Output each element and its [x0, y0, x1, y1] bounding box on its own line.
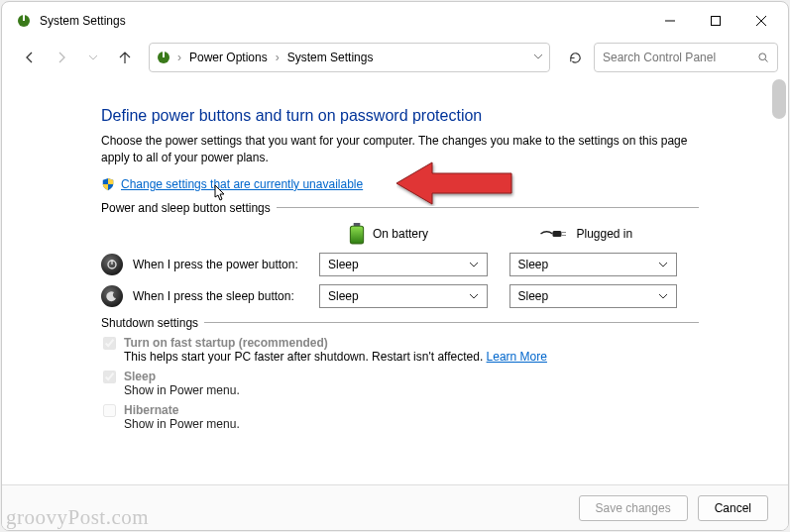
- chevron-right-icon: ›: [175, 51, 183, 64]
- sleep-button-on-battery-select[interactable]: Sleep: [319, 284, 488, 308]
- page-title: Define power buttons and turn on passwor…: [101, 107, 699, 125]
- breadcrumb-power-options[interactable]: Power Options: [187, 49, 270, 66]
- svg-rect-11: [350, 226, 363, 244]
- fast-startup-description: This helps start your PC faster after sh…: [124, 350, 547, 364]
- hibernate-checkbox: [103, 404, 116, 417]
- back-button[interactable]: [16, 44, 44, 71]
- cancel-button[interactable]: Cancel: [698, 495, 768, 521]
- search-input[interactable]: [603, 51, 751, 64]
- sleep-option-description: Show in Power menu.: [124, 383, 240, 397]
- battery-icon: [349, 223, 365, 245]
- shutdown-legend: Shutdown settings: [101, 316, 204, 330]
- window-title: System Settings: [40, 14, 126, 28]
- chevron-down-icon: [658, 291, 668, 301]
- svg-rect-1: [23, 15, 25, 21]
- power-button-on-battery-select[interactable]: Sleep: [319, 253, 488, 276]
- fast-startup-label: Turn on fast startup (recommended): [124, 336, 547, 350]
- window: System Settings › Power Options › System…: [1, 1, 789, 531]
- power-options-icon: [156, 50, 171, 65]
- address-dropdown[interactable]: [533, 51, 543, 64]
- sleep-button-plugged-in-select[interactable]: Sleep: [509, 284, 678, 308]
- content-area: Define power buttons and turn on passwor…: [2, 81, 788, 484]
- page-description: Choose the power settings that you want …: [101, 133, 699, 167]
- forward-button[interactable]: [48, 44, 75, 71]
- plug-icon: [539, 227, 569, 241]
- power-sleep-section: Power and sleep button settings: [101, 201, 699, 215]
- svg-rect-12: [552, 231, 561, 237]
- minimize-button[interactable]: [647, 5, 693, 37]
- hibernate-option-description: Show in Power menu.: [124, 417, 240, 431]
- sleep-button-icon: [101, 285, 123, 307]
- save-changes-button[interactable]: Save changes: [579, 495, 688, 521]
- power-button-icon: [101, 254, 123, 275]
- power-button-row-label: When I press the power button:: [133, 258, 298, 271]
- up-button[interactable]: [111, 44, 139, 71]
- address-bar[interactable]: › Power Options › System Settings: [149, 43, 550, 72]
- learn-more-link[interactable]: Learn More: [487, 350, 547, 364]
- close-button[interactable]: [738, 5, 784, 37]
- titlebar: System Settings: [2, 2, 788, 40]
- search-box[interactable]: [594, 43, 778, 72]
- chevron-down-icon: [469, 291, 479, 301]
- sleep-option-label: Sleep: [124, 370, 240, 383]
- svg-line-9: [765, 59, 768, 62]
- chevron-down-icon: [469, 260, 479, 269]
- svg-rect-3: [712, 17, 721, 26]
- refresh-button[interactable]: [560, 43, 590, 72]
- power-sleep-legend: Power and sleep button settings: [101, 201, 277, 215]
- scrollbar[interactable]: [772, 79, 786, 119]
- column-plugged-in: Plugged in: [577, 227, 633, 241]
- navbar: › Power Options › System Settings: [2, 40, 788, 81]
- shutdown-section: Shutdown settings: [101, 316, 699, 330]
- power-options-icon: [16, 13, 32, 29]
- breadcrumb-system-settings[interactable]: System Settings: [285, 49, 376, 66]
- chevron-right-icon: ›: [274, 51, 282, 64]
- change-settings-link[interactable]: Change settings that are currently unava…: [121, 177, 363, 191]
- column-on-battery: On battery: [373, 227, 428, 241]
- search-icon: [757, 51, 769, 64]
- sleep-checkbox: [103, 371, 116, 383]
- svg-rect-7: [163, 52, 165, 57]
- recent-dropdown[interactable]: [79, 44, 107, 71]
- maximize-button[interactable]: [693, 5, 738, 37]
- sleep-button-row-label: When I press the sleep button:: [133, 289, 294, 303]
- watermark: groovyPost.com: [6, 505, 149, 530]
- hibernate-option-label: Hibernate: [124, 403, 240, 417]
- chevron-down-icon: [658, 260, 668, 269]
- fast-startup-checkbox: [103, 337, 116, 350]
- svg-point-8: [759, 53, 766, 60]
- power-button-plugged-in-select[interactable]: Sleep: [509, 253, 678, 276]
- uac-shield-icon: [101, 177, 115, 191]
